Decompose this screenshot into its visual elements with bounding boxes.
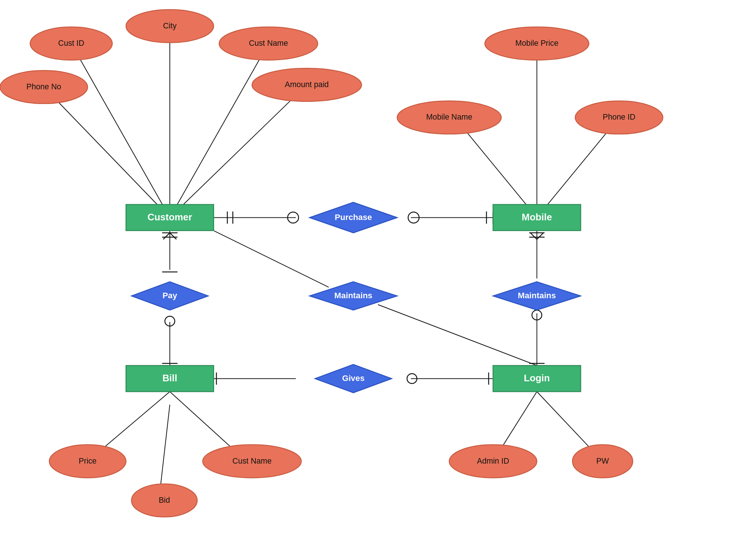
er-diagram-canvas xyxy=(0,0,756,557)
